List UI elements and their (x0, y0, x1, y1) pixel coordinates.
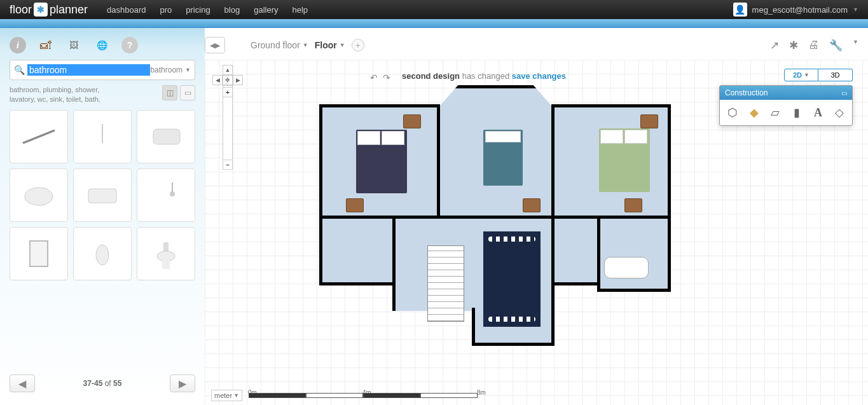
search-row: 🔍 bathroom ▼ (10, 60, 195, 80)
share-icon[interactable]: ✱ (789, 39, 798, 52)
pager: ◀ 37-45 of 55 ▶ (10, 368, 195, 399)
catalog-item-shower-head[interactable] (137, 168, 195, 222)
door-tool-icon[interactable]: ▮ (789, 105, 804, 120)
photos-icon[interactable]: 🖼 (65, 37, 82, 53)
pillow (485, 131, 521, 142)
pan-up-button[interactable]: ▲ (223, 65, 233, 75)
catalog-item-mirror[interactable] (10, 227, 68, 280)
info-icon[interactable]: i (10, 37, 26, 53)
filter-label[interactable]: bathroom (150, 65, 183, 74)
print-icon[interactable]: 🖨 (808, 39, 819, 52)
undo-button[interactable]: ↶ (370, 72, 378, 83)
construction-panel: Construction ▭ ⬡ ◆ ▱ ▮ A ◇ (719, 85, 853, 126)
pan-center-button[interactable]: ✥ (223, 75, 233, 85)
pager-next-button[interactable]: ▶ (170, 374, 195, 392)
view-2d-button[interactable]: 2D ▼ (784, 69, 818, 81)
nav-help[interactable]: help (292, 5, 308, 15)
canvas-toolbar: ◀▶ Ground floor▼ Floor▼ + ↗ ✱ 🖨 🔧 ▼ (205, 34, 858, 56)
svg-rect-2 (153, 129, 180, 144)
unit-select[interactable]: meter▼ (211, 390, 242, 401)
catalog-item-freestanding-tub[interactable] (10, 168, 68, 222)
nav-links: dashboard pro pricing blog gallery help (107, 5, 308, 15)
catalog-item-bathtub-2[interactable] (73, 168, 132, 222)
save-changes-link[interactable]: save changes (512, 71, 566, 81)
floor-select-current[interactable]: Floor▼ (315, 40, 345, 50)
zoom-out-button[interactable]: − (223, 160, 233, 170)
wall-tool-icon[interactable]: ◆ (747, 105, 762, 120)
more-dropdown-icon[interactable]: ▼ (853, 39, 858, 52)
user-dropdown-icon: ▼ (853, 6, 858, 13)
nightstand[interactable] (346, 198, 364, 212)
search-input[interactable] (27, 64, 150, 76)
text-tool-icon[interactable]: A (811, 105, 826, 120)
view-toggle: ◫ ▭ (162, 85, 195, 100)
furniture-icon[interactable]: 🛋 (38, 37, 54, 53)
construction-header[interactable]: Construction ▭ (720, 86, 852, 100)
nightstand[interactable] (624, 198, 642, 212)
changed-text: has changed (462, 71, 509, 81)
nav-blog[interactable]: blog (224, 5, 240, 15)
view-3d-button[interactable]: 3D (818, 69, 853, 81)
view-2d-icon[interactable]: ▭ (180, 85, 195, 100)
room-bathroom-left[interactable] (319, 216, 396, 285)
catalog-item-faucet[interactable] (73, 110, 132, 163)
add-floor-button[interactable]: + (352, 39, 364, 51)
pager-text: 37-45 of 55 (83, 379, 122, 388)
scale-track (249, 393, 478, 398)
sidebar: i 🛋 🖼 🌐 ? 🔍 bathroom ▼ bathroom, plumbin… (0, 28, 205, 405)
floor-select-ground[interactable]: Ground floor▼ (251, 40, 308, 50)
rug[interactable] (483, 231, 541, 327)
help-icon[interactable]: ? (121, 37, 138, 53)
tags-row: bathroom, plumbing, shower, lavatory, wc… (10, 85, 195, 105)
zoom-in-button[interactable]: + (223, 87, 233, 97)
stairs[interactable] (427, 245, 464, 322)
view-3d-icon[interactable]: ◫ (162, 85, 177, 100)
minimize-icon[interactable]: ▭ (841, 90, 847, 97)
construction-tools: ⬡ ◆ ▱ ▮ A ◇ (720, 100, 852, 125)
search-icon: 🔍 (14, 65, 25, 75)
svg-rect-9 (163, 242, 169, 251)
collapse-button[interactable]: ◀▶ (205, 37, 225, 53)
logo[interactable]: floor ✱ planner (10, 3, 88, 17)
globe-icon[interactable]: 🌐 (93, 37, 110, 53)
catalog-item-bathtub-1[interactable] (137, 110, 195, 163)
pager-prev-button[interactable]: ◀ (10, 374, 35, 392)
catalog-item-sink[interactable] (137, 227, 195, 280)
catalog-item-drain[interactable] (10, 110, 68, 163)
zoom-slider[interactable]: + − (223, 97, 233, 160)
surface-tool-icon[interactable]: ▱ (768, 105, 783, 120)
svg-point-10 (157, 251, 175, 261)
logo-text-2: planner (50, 3, 88, 17)
nightstand[interactable] (523, 198, 541, 212)
nightstand[interactable] (640, 114, 658, 128)
canvas-right-tools: ↗ ✱ 🖨 🔧 ▼ (770, 39, 858, 52)
redo-button[interactable]: ↷ (383, 72, 390, 83)
room-bathroom-right[interactable] (597, 216, 671, 292)
bathtub[interactable] (604, 257, 649, 278)
nav-pro[interactable]: pro (160, 5, 172, 15)
logo-icon: ✱ (34, 3, 48, 17)
sidebar-tools: i 🛋 🖼 🌐 ? (10, 34, 195, 60)
nav-pricing[interactable]: pricing (186, 5, 210, 15)
svg-rect-11 (162, 260, 170, 269)
nav-gallery[interactable]: gallery (254, 5, 278, 15)
catalog-grid (10, 110, 195, 280)
room-tool-icon[interactable]: ⬡ (725, 105, 740, 120)
grid-canvas[interactable]: ▲ ◀ ✥ ▶ ▼ + − ↶ ↷ second design has chan… (205, 60, 868, 405)
room-closet[interactable] (551, 216, 600, 285)
user-area[interactable]: 👤 meg_escott@hotmail.com ▼ (733, 3, 858, 17)
svg-point-8 (96, 245, 109, 265)
catalog-item-urinal[interactable] (73, 227, 132, 280)
floorplan[interactable] (319, 85, 675, 352)
export-icon[interactable]: ↗ (770, 39, 779, 52)
pillow (382, 131, 404, 145)
nav-dashboard[interactable]: dashboard (107, 5, 146, 15)
filter-dropdown-icon[interactable]: ▼ (185, 67, 191, 73)
pan-right-button[interactable]: ▶ (233, 75, 243, 85)
nightstand[interactable] (403, 114, 421, 128)
pillow (357, 131, 380, 145)
pan-left-button[interactable]: ◀ (212, 75, 223, 85)
view-mode-toggle: 2D ▼ 3D (784, 69, 853, 81)
settings-icon[interactable]: 🔧 (829, 39, 843, 52)
dimension-tool-icon[interactable]: ◇ (832, 105, 847, 120)
